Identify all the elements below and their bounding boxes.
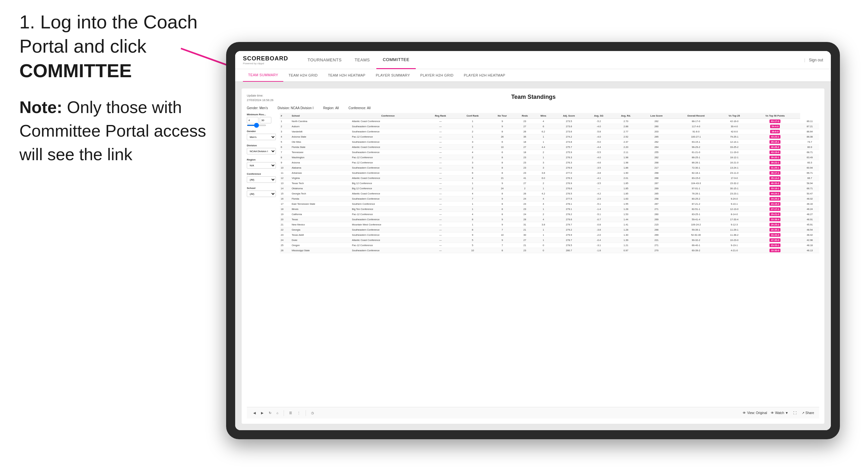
cell-12-6: 27 xyxy=(515,181,534,186)
cell-5-6: 27 xyxy=(515,145,534,150)
cell-19-5: 9 xyxy=(489,217,515,222)
cell-19-7: 4 xyxy=(534,217,552,222)
cell-6-1: Tennessee xyxy=(291,150,351,155)
cell-25-10: 0.97 xyxy=(612,248,640,253)
clock-btn[interactable]: ◷ xyxy=(310,410,315,415)
cell-10-12: 82-18-1 xyxy=(673,170,718,176)
cell-9-2: Southeastern Conference xyxy=(351,165,425,170)
cell-11-0: 12 xyxy=(280,176,291,181)
toolbar-divider-2 xyxy=(306,410,306,416)
sub-nav-team-h2h-heatmap[interactable]: TEAM H2H HEATMAP xyxy=(323,69,371,82)
min-rounds-group: Minimum Rou... xyxy=(247,113,276,126)
cell-20-9: -0.8 xyxy=(585,222,612,227)
gender-select[interactable]: Men's Women's xyxy=(247,134,276,140)
cell-10-10: 1.90 xyxy=(612,170,640,176)
cell-2-10: 2.77 xyxy=(612,129,640,134)
cell-16-8: 278.1 xyxy=(552,201,585,207)
cell-18-13: 8-14-0 xyxy=(719,212,750,217)
cell-3-3: — xyxy=(425,134,456,139)
cell-1-0: 2 xyxy=(280,124,291,129)
nav-committee[interactable]: COMMITTEE xyxy=(376,51,416,69)
cell-22-3: — xyxy=(425,232,456,238)
region-group: Region N/A All xyxy=(247,158,276,168)
table-row: 13Texas TechBig 12 Conference—19272276.9… xyxy=(280,181,819,186)
content-card: Update time: 27/03/2024 16:56:26 Team St… xyxy=(242,89,825,424)
cell-2-13: 42-6-0 xyxy=(719,129,750,134)
cell-0-11: 262 xyxy=(640,119,673,124)
cell-12-10: 1.85 xyxy=(612,181,640,186)
cell-8-3: — xyxy=(425,160,456,165)
cell-4-12: 63-15-1 xyxy=(673,139,718,145)
col-adj-score: Adj. Score xyxy=(552,113,585,119)
cell-24-15: 48.18 xyxy=(800,243,819,248)
region-select[interactable]: N/A All xyxy=(247,162,276,168)
cell-5-1: Florida State xyxy=(291,145,351,150)
cell-10-6: 23 xyxy=(515,170,534,176)
cell-4-11: 262 xyxy=(640,139,673,145)
cell-8-8: 276.3 xyxy=(552,160,585,165)
cell-12-11: 267 xyxy=(640,181,673,186)
sub-nav-player-h2h-heatmap[interactable]: PLAYER H2H HEATMAP xyxy=(459,69,510,82)
sub-nav-player-summary[interactable]: PLAYER SUMMARY xyxy=(371,69,415,82)
rounds-slider[interactable] xyxy=(247,125,266,126)
cell-16-12: 87-21-2 xyxy=(673,201,718,207)
max-rounds-input[interactable] xyxy=(260,117,271,123)
cell-2-4: 2 xyxy=(456,129,489,134)
cell-3-9: -4.0 xyxy=(585,134,612,139)
table-row: 5Ole MissSoutheastern Conference—3618127… xyxy=(280,139,819,145)
cell-17-13: 12-13-0 xyxy=(719,207,750,212)
cell-16-6: 24 xyxy=(515,201,534,207)
watch-btn[interactable]: 👁 Watch ▼ xyxy=(771,411,788,415)
home-btn[interactable]: ⌂ xyxy=(275,410,280,415)
cell-23-1: Duke xyxy=(291,238,351,243)
cell-12-4: 1 xyxy=(456,181,489,186)
cell-11-9: -4.1 xyxy=(585,176,612,181)
table-row: 14OklahomaBig 12 Conference—22421276.6—1… xyxy=(280,186,819,191)
cell-14-14: 44-24-1 xyxy=(750,191,800,196)
cell-2-11: 203 xyxy=(640,129,673,134)
forward-btn[interactable]: ▶ xyxy=(260,410,265,415)
cell-11-10: 2.01 xyxy=(612,176,640,181)
cell-14-4: 4 xyxy=(456,191,489,196)
cell-16-9: -5.1 xyxy=(585,201,612,207)
cell-12-12: 104-43-3 xyxy=(673,181,718,186)
bookmark-btn[interactable]: ☰ xyxy=(288,410,293,415)
cell-5-10: 2.20 xyxy=(612,145,640,150)
sub-nav-team-h2h-grid[interactable]: TEAM H2H GRID xyxy=(283,69,323,82)
cell-12-9: -3.5 xyxy=(585,181,612,186)
cell-9-4: 5 xyxy=(456,165,489,170)
division-select[interactable]: NCAA Division I NCAA Division II NCAA Di… xyxy=(247,148,276,154)
fullscreen-btn[interactable]: ⛶ xyxy=(792,410,798,415)
min-rounds-input[interactable] xyxy=(247,117,258,123)
nav-teams[interactable]: TEAMS xyxy=(348,51,376,69)
cell-25-15: 46.13 xyxy=(800,248,819,253)
nav-tournaments[interactable]: TOURNAMENTS xyxy=(301,51,348,69)
cell-12-14: 40-33-2 xyxy=(750,181,800,186)
share-btn[interactable]: ↗ Share xyxy=(802,411,814,415)
cell-9-3: — xyxy=(425,165,456,170)
back-btn[interactable]: ◀ xyxy=(252,410,257,415)
cell-25-7: 0 xyxy=(534,248,552,253)
cell-2-0: 3 xyxy=(280,129,291,134)
sub-nav-player-h2h-grid[interactable]: PLAYER H2H GRID xyxy=(415,69,459,82)
conference-select[interactable]: (All) xyxy=(247,176,276,183)
filters-row: Gender: Men's Division: NCAA Division I … xyxy=(247,106,819,110)
cell-7-13: 18-12-1 xyxy=(719,155,750,160)
cell-0-4: 1 xyxy=(456,119,489,124)
cell-14-5: 8 xyxy=(489,191,515,196)
view-original-btn[interactable]: 👁 View: Original xyxy=(743,411,767,415)
cell-9-11: 217 xyxy=(640,165,673,170)
school-select[interactable]: (All) xyxy=(247,191,276,197)
grid-btn[interactable]: ⋮ xyxy=(296,410,302,415)
cell-4-15: 73.7 xyxy=(800,139,819,145)
sub-nav-team-summary[interactable]: TEAM SUMMARY xyxy=(243,69,283,82)
cell-10-9: -3.8 xyxy=(585,170,612,176)
cell-0-0: 1 xyxy=(280,119,291,124)
view-original-label: View: Original xyxy=(747,411,767,415)
cell-23-13: 10-23-0 xyxy=(719,238,750,243)
cell-12-5: 9 xyxy=(489,181,515,186)
cell-15-12: 80-25-2 xyxy=(673,196,718,201)
reload-btn[interactable]: ↻ xyxy=(268,410,273,415)
sign-out-link[interactable]: Sign out xyxy=(809,58,823,62)
cell-0-5: 9 xyxy=(489,119,515,124)
